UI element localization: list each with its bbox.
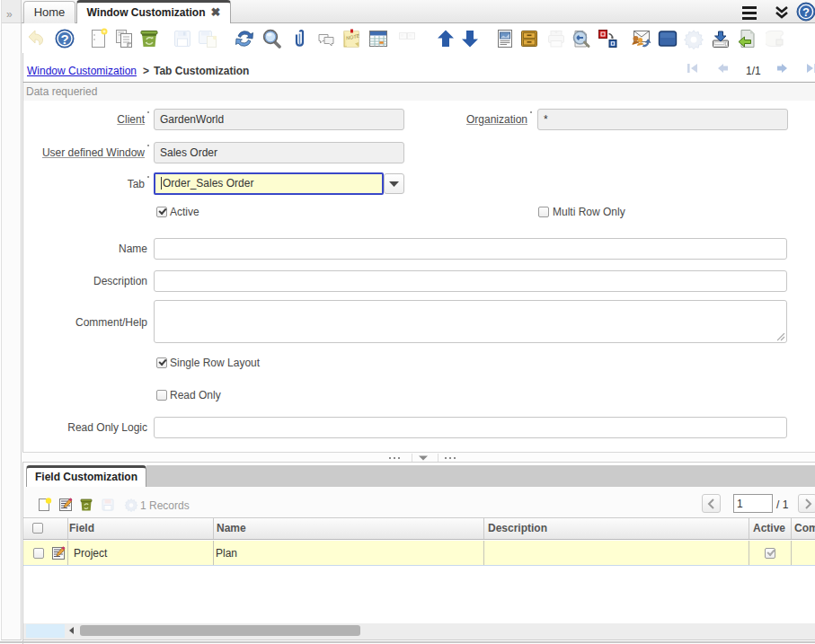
svg-text:?: ? xyxy=(60,31,68,47)
svg-text:?: ? xyxy=(802,5,810,19)
